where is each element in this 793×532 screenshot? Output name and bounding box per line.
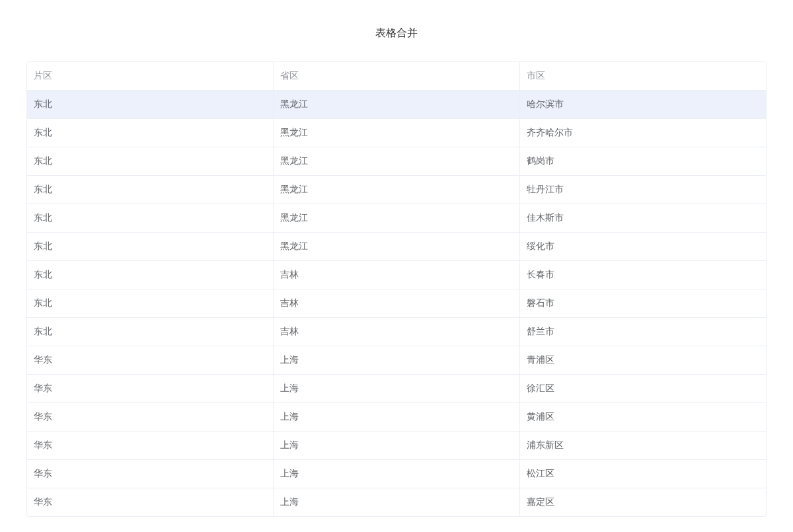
cell-region: 东北 bbox=[27, 147, 274, 176]
cell-city: 舒兰市 bbox=[519, 318, 766, 346]
cell-region: 东北 bbox=[27, 318, 274, 346]
cell-province: 上海 bbox=[274, 488, 520, 517]
table-row: 华东上海松江区 bbox=[27, 460, 766, 488]
cell-province: 吉林 bbox=[274, 318, 520, 346]
cell-province: 上海 bbox=[274, 375, 520, 403]
cell-region: 东北 bbox=[27, 289, 274, 318]
cell-region: 华东 bbox=[27, 403, 274, 432]
cell-region: 华东 bbox=[27, 488, 274, 517]
table-wrapper: 片区 省区 市区 东北黑龙江哈尔滨市东北黑龙江齐齐哈尔市东北黑龙江鹤岗市东北黑龙… bbox=[26, 61, 767, 517]
cell-province: 上海 bbox=[274, 346, 520, 375]
cell-province: 上海 bbox=[274, 432, 520, 460]
table-row: 华东上海徐汇区 bbox=[27, 375, 766, 403]
cell-city: 牡丹江市 bbox=[519, 176, 766, 204]
cell-city: 哈尔滨市 bbox=[519, 91, 766, 119]
cell-province: 黑龙江 bbox=[274, 119, 520, 147]
cell-city: 佳木斯市 bbox=[519, 204, 766, 233]
header-province: 省区 bbox=[274, 62, 520, 91]
table-row: 东北吉林长春市 bbox=[27, 261, 766, 289]
cell-city: 嘉定区 bbox=[519, 488, 766, 517]
cell-city: 黄浦区 bbox=[519, 403, 766, 432]
cell-province: 吉林 bbox=[274, 261, 520, 289]
table-row: 东北黑龙江齐齐哈尔市 bbox=[27, 119, 766, 147]
cell-city: 绥化市 bbox=[519, 233, 766, 261]
cell-region: 华东 bbox=[27, 432, 274, 460]
table-row: 华东上海浦东新区 bbox=[27, 432, 766, 460]
cell-province: 黑龙江 bbox=[274, 176, 520, 204]
cell-region: 东北 bbox=[27, 176, 274, 204]
table-row: 东北黑龙江绥化市 bbox=[27, 233, 766, 261]
cell-city: 磐石市 bbox=[519, 289, 766, 318]
table-row: 东北黑龙江佳木斯市 bbox=[27, 204, 766, 233]
table-row: 东北吉林舒兰市 bbox=[27, 318, 766, 346]
cell-region: 华东 bbox=[27, 346, 274, 375]
cell-region: 东北 bbox=[27, 261, 274, 289]
cell-city: 浦东新区 bbox=[519, 432, 766, 460]
table-header-row: 片区 省区 市区 bbox=[27, 62, 766, 91]
cell-city: 鹤岗市 bbox=[519, 147, 766, 176]
cell-city: 长春市 bbox=[519, 261, 766, 289]
header-city: 市区 bbox=[519, 62, 766, 91]
table-row: 东北黑龙江牡丹江市 bbox=[27, 176, 766, 204]
cell-region: 东北 bbox=[27, 233, 274, 261]
cell-province: 上海 bbox=[274, 403, 520, 432]
cell-city: 齐齐哈尔市 bbox=[519, 119, 766, 147]
cell-city: 青浦区 bbox=[519, 346, 766, 375]
cell-region: 东北 bbox=[27, 204, 274, 233]
page-title: 表格合并 bbox=[26, 26, 767, 40]
data-table: 片区 省区 市区 东北黑龙江哈尔滨市东北黑龙江齐齐哈尔市东北黑龙江鹤岗市东北黑龙… bbox=[27, 62, 766, 516]
cell-region: 东北 bbox=[27, 119, 274, 147]
cell-province: 黑龙江 bbox=[274, 91, 520, 119]
cell-province: 黑龙江 bbox=[274, 204, 520, 233]
cell-region: 华东 bbox=[27, 460, 274, 488]
cell-province: 黑龙江 bbox=[274, 233, 520, 261]
table-row: 华东上海嘉定区 bbox=[27, 488, 766, 517]
cell-region: 东北 bbox=[27, 91, 274, 119]
header-region: 片区 bbox=[27, 62, 274, 91]
cell-city: 徐汇区 bbox=[519, 375, 766, 403]
table-row: 东北黑龙江哈尔滨市 bbox=[27, 91, 766, 119]
table-row: 华东上海青浦区 bbox=[27, 346, 766, 375]
table-row: 东北吉林磐石市 bbox=[27, 289, 766, 318]
table-row: 东北黑龙江鹤岗市 bbox=[27, 147, 766, 176]
cell-region: 华东 bbox=[27, 375, 274, 403]
table-row: 华东上海黄浦区 bbox=[27, 403, 766, 432]
cell-province: 吉林 bbox=[274, 289, 520, 318]
cell-city: 松江区 bbox=[519, 460, 766, 488]
cell-province: 上海 bbox=[274, 460, 520, 488]
cell-province: 黑龙江 bbox=[274, 147, 520, 176]
